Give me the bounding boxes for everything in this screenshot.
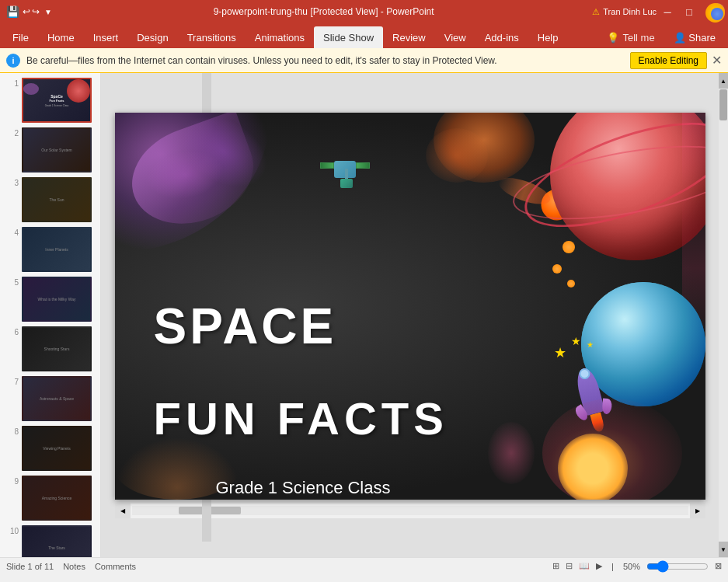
maximize-button[interactable]: □ [678, 3, 700, 20]
scroll-track-vertical[interactable] [719, 89, 728, 542]
planet-dot-1 [563, 241, 575, 253]
title-bar: 💾 ↩ ↪ ▼ 9-powerpoint-trung-thu [Protecte… [0, 0, 728, 23]
customize-icon[interactable]: ▼ [44, 8, 52, 16]
tab-animations[interactable]: Animations [246, 26, 314, 48]
redo-icon[interactable]: ↪ [32, 6, 40, 17]
slide-number-9: 9 [6, 476, 19, 486]
status-bar: Slide 1 of 11 Notes Comments ⊞ ⊟ 📖 ▶ | 5… [0, 557, 728, 574]
orange-blob-2 [426, 128, 488, 183]
scroll-left-button[interactable]: ◀ [115, 503, 131, 518]
fit-slide-icon[interactable]: ⊠ [715, 561, 722, 571]
scroll-track[interactable] [132, 506, 688, 515]
username: Tran Dinh Luc [603, 7, 657, 16]
slide-number-4: 4 [6, 227, 19, 237]
slide-number-8: 8 [6, 426, 19, 436]
comments-button[interactable]: Comments [95, 562, 136, 571]
swirl-bottom-2 [488, 422, 535, 484]
enable-editing-button[interactable]: Enable Editing [630, 52, 707, 69]
tab-slideshow[interactable]: Slide Show [314, 26, 383, 48]
main-layout: 1 SpaCe Fun Facts Grade 1 Science Class … [0, 73, 728, 557]
slide-image-6[interactable]: Shooting Stars [22, 326, 92, 371]
slide-thumb-10[interactable]: 10 The Stars [6, 525, 94, 557]
slide-image-10[interactable]: The Stars [22, 525, 92, 557]
slide-thumb-8[interactable]: 8 Viewing Planets [6, 426, 94, 471]
slide-thumb-9[interactable]: 9 Amazing Science [6, 476, 94, 521]
tab-design[interactable]: Design [127, 26, 177, 48]
slide-image-9[interactable]: Amazing Science [22, 476, 92, 521]
slide-number-2: 2 [6, 127, 19, 138]
slide-number-5: 5 [6, 277, 19, 287]
slide-number-6: 6 [6, 326, 19, 336]
flower-decoration [558, 434, 628, 500]
slide-image-7[interactable]: Astronauts & Space [22, 376, 92, 421]
slide-thumb-1[interactable]: 1 SpaCe Fun Facts Grade 1 Science Class [6, 78, 94, 123]
tab-file[interactable]: File [3, 26, 38, 48]
slide-image-2[interactable]: Our Solar System [22, 127, 92, 173]
slide-thumb-5[interactable]: 5 What is the Milky Way [6, 277, 94, 322]
planet-dot-2 [552, 264, 562, 274]
slide-image-4[interactable]: Inner Planets [22, 227, 92, 272]
save-icon[interactable]: 💾 [6, 5, 19, 18]
tab-home[interactable]: Home [38, 26, 84, 48]
ribbon-tabs: File Home Insert Design Transitions Anim… [0, 23, 728, 48]
info-icon: i [6, 54, 20, 68]
tab-view[interactable]: View [435, 26, 475, 48]
undo-icon[interactable]: ↩ [23, 6, 30, 17]
normal-view-icon[interactable]: ⊞ [552, 561, 559, 571]
slide-thumb-3[interactable]: 3 The Sun [6, 177, 94, 222]
slide-image-3[interactable]: The Sun [22, 177, 92, 222]
tab-review[interactable]: Review [383, 26, 435, 48]
tab-addins[interactable]: Add-ins [475, 26, 528, 48]
slide-thumb-2[interactable]: 2 Our Solar System [6, 127, 94, 173]
slide-image-1[interactable]: SpaCe Fun Facts Grade 1 Science Class [22, 78, 92, 123]
protected-close-icon[interactable]: ✕ [712, 53, 722, 68]
slide-thumb-7[interactable]: 7 Astronauts & Space [6, 376, 94, 421]
protected-message: Be careful—files from the Internet can c… [26, 55, 624, 66]
slide-subtitle: Fun Facts [154, 392, 448, 444]
tell-me-button[interactable]: 💡Tell me [597, 26, 664, 48]
slide-panel: 1 SpaCe Fun Facts Grade 1 Science Class … [0, 73, 101, 557]
slide-sorter-icon[interactable]: ⊟ [566, 561, 573, 571]
user-info: ⚠ Tran Dinh Luc [592, 7, 657, 17]
zoom-slider[interactable] [646, 560, 709, 573]
planet-dot-3 [567, 280, 575, 288]
notes-button[interactable]: Notes [63, 562, 85, 571]
scroll-right-button[interactable]: ▶ [690, 503, 705, 518]
slide-count: Slide 1 of 11 [6, 562, 54, 571]
scroll-down-button[interactable]: ▼ [719, 542, 728, 557]
slideshow-view-icon[interactable]: ▶ [596, 561, 602, 571]
slide-number-1: 1 [6, 78, 19, 88]
slide-canvas[interactable]: ★ ★ ★ SpaCe Fun Facts Grade 1 [115, 113, 705, 500]
warning-icon: ⚠ [592, 7, 600, 17]
slide-content: ★ ★ ★ SpaCe Fun Facts Grade 1 [115, 113, 705, 500]
scroll-up-button[interactable]: ▲ [719, 73, 728, 89]
tab-transitions[interactable]: Transitions [178, 26, 246, 48]
scroll-thumb-vertical[interactable] [719, 89, 727, 120]
share-button[interactable]: 👤 Share [664, 26, 725, 48]
slide-grade-text: Grade 1 Science Class [216, 478, 391, 498]
tab-insert[interactable]: Insert [84, 26, 128, 48]
tab-help[interactable]: Help [528, 26, 568, 48]
slide-image-8[interactable]: Viewing Planets [22, 426, 92, 471]
zoom-level: 50% [623, 562, 640, 571]
minimize-button[interactable]: ─ [657, 3, 678, 20]
slide-thumb-4[interactable]: 4 Inner Planets [6, 227, 94, 272]
slide-thumb-6[interactable]: 6 Shooting Stars [6, 326, 94, 371]
slide-number-7: 7 [6, 376, 19, 386]
slide-number-10: 10 [6, 525, 19, 535]
share-icon: 👤 [674, 32, 686, 44]
window-title: 9-powerpoint-trung-thu [Protected View] … [55, 6, 592, 17]
slide-number-3: 3 [6, 177, 19, 187]
satellite-decoration [317, 152, 371, 190]
vertical-scrollbar: ▲ ▼ [719, 73, 728, 557]
slide-image-5[interactable]: What is the Milky Way [22, 277, 92, 322]
slide-main-area: ★ ★ ★ SpaCe Fun Facts Grade 1 [101, 73, 719, 557]
slide-main-title: SpaCe [154, 299, 337, 354]
zoom-separator: | [611, 562, 614, 571]
reading-view-icon[interactable]: 📖 [579, 561, 590, 571]
protected-view-bar: i Be careful—files from the Internet can… [0, 48, 728, 73]
